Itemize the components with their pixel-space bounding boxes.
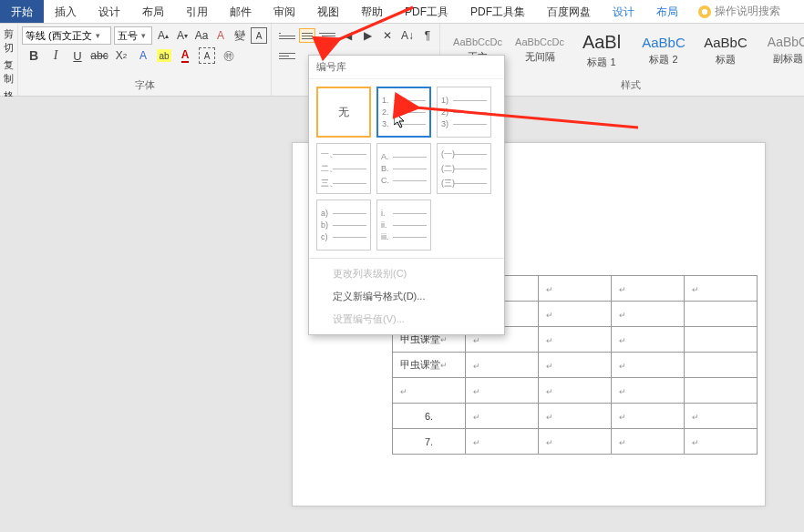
font-color-button[interactable]: A bbox=[177, 47, 193, 64]
table-row[interactable]: 7.↵↵↵↵ bbox=[393, 429, 758, 455]
numbering-button[interactable] bbox=[299, 28, 315, 43]
style-title[interactable]: AaBbC 标题 bbox=[696, 27, 756, 73]
numbering-option-chinese[interactable]: 一、 二、 三、 bbox=[316, 143, 371, 194]
sort-button[interactable]: A↓ bbox=[399, 27, 416, 44]
define-new-number-format-menu[interactable]: 定义新编号格式(D)... bbox=[309, 285, 504, 308]
tab-references[interactable]: 引用 bbox=[175, 0, 219, 23]
tab-mailings[interactable]: 邮件 bbox=[219, 0, 263, 23]
asian-layout-button[interactable]: ✕ bbox=[379, 27, 396, 44]
numbering-option-decimal-dot[interactable]: 1. 2. 3. bbox=[376, 87, 431, 138]
lightbulb-icon bbox=[698, 5, 711, 18]
text-effects-button[interactable]: A bbox=[135, 47, 151, 64]
table-row[interactable]: ↵↵↵↵ bbox=[393, 378, 758, 404]
cut-button[interactable]: 剪切 bbox=[4, 26, 14, 56]
numbering-option-decimal-paren[interactable]: 1) 2) 3) bbox=[437, 87, 491, 138]
enclose-characters-button[interactable]: ㊕ bbox=[221, 47, 237, 64]
align-left-button[interactable] bbox=[279, 48, 295, 63]
change-case-button[interactable]: Aa bbox=[193, 27, 210, 44]
strikethrough-button[interactable]: abc bbox=[91, 47, 108, 64]
tab-help[interactable]: 帮助 bbox=[350, 0, 394, 23]
copy-button[interactable]: 复制 bbox=[4, 56, 14, 87]
increase-indent-button[interactable]: ▶ bbox=[359, 27, 376, 44]
numbering-library-dropdown: 编号库 无 1. 2. 3. 1) 2) 3) 一、 二、 三、 A. B. C… bbox=[308, 55, 505, 335]
tab-insert[interactable]: 插入 bbox=[44, 0, 88, 23]
tab-pdf-toolset[interactable]: PDF工具集 bbox=[459, 0, 536, 23]
bullets-button[interactable] bbox=[279, 28, 295, 43]
show-marks-button[interactable]: ¶ bbox=[419, 27, 436, 44]
table-row[interactable]: 6.↵↵↵↵ bbox=[393, 404, 758, 429]
numbering-option-roman-lower[interactable]: i. ii. iii. bbox=[376, 200, 431, 251]
tell-me-search[interactable]: 操作说明搜索 bbox=[689, 0, 789, 23]
change-list-level-menu: 更改列表级别(C) bbox=[309, 262, 504, 285]
font-size-select[interactable]: 五号▾ bbox=[114, 26, 152, 45]
numbering-option-lower-alpha-paren[interactable]: a) b) c) bbox=[316, 200, 371, 251]
highlight-button[interactable]: ab bbox=[157, 49, 171, 62]
character-shading-button[interactable]: A bbox=[199, 47, 215, 64]
phonetic-guide-button[interactable]: 變 bbox=[232, 27, 248, 44]
shrink-font-button[interactable]: A▾ bbox=[174, 27, 191, 44]
set-numbering-value-menu: 设置编号值(V)... bbox=[309, 308, 504, 331]
style-heading-2[interactable]: AaBbC 标题 2 bbox=[634, 27, 694, 73]
tab-pdf-tools[interactable]: PDF工具 bbox=[394, 0, 459, 23]
style-no-spacing[interactable]: AaBbCcDc 无间隔 bbox=[510, 27, 570, 73]
tell-me-label: 操作说明搜索 bbox=[715, 4, 780, 19]
underline-button[interactable]: U bbox=[69, 47, 86, 64]
numbering-option-upper-alpha[interactable]: A. B. C. bbox=[376, 143, 431, 194]
numbering-option-chinese-paren[interactable]: (一) (二) (三) bbox=[437, 143, 491, 194]
tab-design[interactable]: 设计 bbox=[88, 0, 131, 23]
tab-layout[interactable]: 布局 bbox=[131, 0, 175, 23]
tab-table-layout[interactable]: 布局 bbox=[645, 0, 689, 23]
font-group-label: 字体 bbox=[22, 78, 267, 94]
grow-font-button[interactable]: A▴ bbox=[155, 27, 171, 44]
table-row[interactable]: 甲虫课堂↵↵↵↵ bbox=[393, 353, 758, 378]
character-border-button[interactable]: A bbox=[251, 27, 267, 44]
tab-table-design[interactable]: 设计 bbox=[602, 0, 645, 23]
numbering-option-none[interactable]: 无 bbox=[316, 87, 371, 138]
multilevel-list-button[interactable] bbox=[319, 28, 335, 43]
style-heading-1[interactable]: AaBl 标题 1 bbox=[572, 27, 632, 73]
font-name-select[interactable]: 等线 (西文正文▾ bbox=[22, 26, 111, 45]
bold-button[interactable]: B bbox=[26, 47, 42, 64]
tab-view[interactable]: 视图 bbox=[306, 0, 350, 23]
tab-review[interactable]: 审阅 bbox=[263, 0, 306, 23]
tab-baidu-netdisk[interactable]: 百度网盘 bbox=[536, 0, 602, 23]
clear-formatting-button[interactable]: A bbox=[212, 27, 229, 44]
clipboard-group: 剪切 复制 格式刷 bbox=[0, 24, 18, 96]
font-group: 等线 (西文正文▾ 五号▾ A▴ A▾ Aa A 變 A B I U abc X… bbox=[18, 24, 272, 96]
italic-button[interactable]: I bbox=[47, 47, 64, 64]
tab-home[interactable]: 开始 bbox=[0, 0, 44, 23]
ribbon-tabs: 开始 插入 设计 布局 引用 邮件 审阅 视图 帮助 PDF工具 PDF工具集 … bbox=[0, 0, 804, 24]
subscript-button[interactable]: X2 bbox=[113, 47, 129, 64]
dropdown-title: 编号库 bbox=[309, 56, 504, 79]
decrease-indent-button[interactable]: ◀ bbox=[339, 27, 356, 44]
style-subtitle[interactable]: AaBbC 副标题 bbox=[758, 27, 804, 73]
